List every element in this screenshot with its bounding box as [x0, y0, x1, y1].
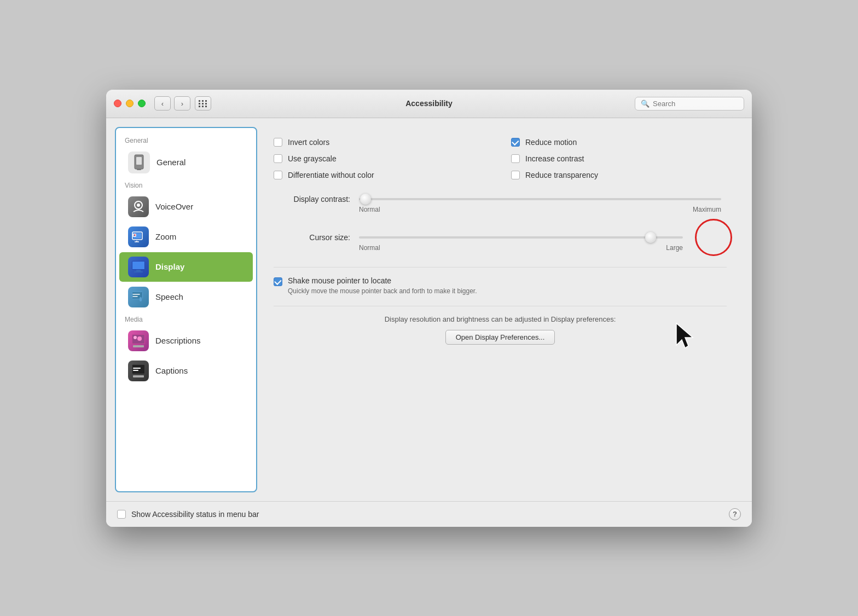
display-contrast-track[interactable] [359, 198, 721, 200]
sidebar-item-voiceover-label: VoiceOver [155, 202, 193, 211]
checkboxes-grid: Invert colors Reduce motion Use grayscal… [274, 138, 727, 179]
window-title: Accessibility [405, 99, 453, 108]
svg-rect-13 [136, 270, 141, 271]
svg-rect-20 [133, 345, 144, 347]
reduce-transparency-label: Reduce transparency [525, 171, 598, 179]
cursor-size-track[interactable] [359, 236, 683, 239]
back-icon: ‹ [161, 100, 164, 108]
display-contrast-section: Display contrast: Normal Maximum [274, 195, 727, 213]
invert-colors-label: Invert colors [288, 138, 329, 147]
sidebar-section-general-label: General [116, 133, 256, 147]
display-prefs-text: Display resolution and brightness can be… [385, 315, 616, 323]
shake-section: Shake mouse pointer to locate Quickly mo… [274, 267, 727, 295]
increase-contrast-label: Increase contrast [525, 154, 584, 163]
descriptions-icon [128, 330, 149, 351]
back-button[interactable]: ‹ [154, 96, 171, 111]
display-contrast-label: Display contrast: [274, 195, 350, 204]
svg-point-21 [134, 336, 137, 339]
display-prefs-section: Display resolution and brightness can be… [274, 306, 727, 345]
shake-checkbox[interactable] [274, 277, 282, 286]
show-status-row: Show Accessibility status in menu bar [117, 510, 259, 519]
sidebar-item-descriptions[interactable]: Descriptions [119, 326, 253, 356]
open-display-preferences-button[interactable]: Open Display Preferences... [445, 330, 555, 345]
svg-rect-2 [136, 157, 142, 165]
content-area: General General Vision [106, 118, 752, 501]
cursor-size-circle-annotation [695, 219, 732, 256]
grid-icon [199, 100, 207, 107]
close-button[interactable] [114, 100, 121, 107]
cursor-size-thumb[interactable] [645, 232, 656, 243]
forward-icon: › [181, 100, 183, 108]
sidebar-item-speech[interactable]: Speech [119, 282, 253, 312]
search-box[interactable]: 🔍 [635, 97, 744, 111]
sidebar-item-descriptions-label: Descriptions [155, 336, 201, 345]
cursor-size-label: Cursor size: [274, 233, 350, 242]
shake-description: Quickly move the mouse pointer back and … [288, 287, 477, 295]
sidebar-item-general[interactable]: General [119, 147, 253, 178]
reduce-motion-row: Reduce motion [511, 138, 727, 147]
cursor-size-section: Cursor size: Normal Large [274, 233, 727, 252]
main-panel: Invert colors Reduce motion Use grayscal… [257, 127, 743, 492]
minimize-button[interactable] [126, 100, 134, 107]
svg-marker-28 [676, 323, 693, 348]
sidebar-item-speech-label: Speech [155, 292, 183, 301]
help-button[interactable]: ? [729, 508, 741, 520]
svg-rect-27 [133, 375, 144, 377]
search-icon: 🔍 [641, 100, 650, 108]
sidebar-section-vision-label: Vision [116, 178, 256, 191]
reduce-transparency-checkbox[interactable] [511, 171, 520, 179]
display-contrast-min-label: Normal [359, 206, 380, 213]
sidebar: General General Vision [115, 127, 257, 492]
bottom-bar: Show Accessibility status in menu bar ? [106, 501, 752, 527]
differentiate-label: Differentiate without color [288, 171, 374, 179]
shake-row: Shake mouse pointer to locate Quickly mo… [274, 276, 727, 295]
svg-rect-1 [137, 169, 141, 170]
svg-rect-12 [132, 261, 144, 269]
sidebar-item-display[interactable]: Display [119, 252, 253, 282]
titlebar: ‹ › Accessibility 🔍 [106, 90, 752, 118]
sidebar-item-captions-label: Captions [155, 366, 188, 375]
svg-point-22 [137, 336, 142, 341]
svg-rect-26 [133, 370, 138, 371]
display-icon [128, 257, 149, 277]
voiceover-icon [128, 196, 149, 217]
use-grayscale-label: Use grayscale [288, 154, 337, 163]
main-window: ‹ › Accessibility 🔍 General [106, 90, 752, 527]
differentiate-checkbox[interactable] [274, 171, 282, 179]
display-contrast-max-label: Maximum [693, 206, 721, 213]
sidebar-item-captions[interactable]: Captions [119, 356, 253, 386]
forward-button[interactable]: › [174, 96, 190, 111]
sidebar-scroll-area[interactable]: General General Vision [116, 128, 256, 491]
sidebar-item-display-label: Display [155, 262, 184, 271]
sidebar-section-media-label: Media [116, 312, 256, 326]
show-accessibility-status-label: Show Accessibility status in menu bar [131, 510, 259, 519]
grid-view-button[interactable] [195, 96, 211, 111]
sidebar-item-general-label: General [156, 158, 185, 167]
speech-icon [128, 287, 149, 307]
svg-point-4 [137, 204, 140, 207]
zoom-icon [128, 226, 149, 247]
reduce-motion-checkbox[interactable] [511, 138, 520, 147]
cursor-arrow-illustration [672, 321, 699, 356]
traffic-lights [114, 100, 146, 107]
svg-rect-14 [134, 271, 143, 272]
sidebar-item-voiceover[interactable]: VoiceOver [119, 192, 253, 222]
use-grayscale-checkbox[interactable] [274, 154, 282, 163]
sidebar-item-zoom[interactable]: Zoom [119, 222, 253, 252]
reduce-motion-label: Reduce motion [525, 138, 577, 147]
search-input[interactable] [653, 100, 738, 108]
increase-contrast-row: Increase contrast [511, 154, 727, 163]
invert-colors-checkbox[interactable] [274, 138, 282, 147]
shake-title: Shake mouse pointer to locate [288, 276, 477, 285]
svg-rect-24 [132, 365, 144, 374]
show-accessibility-status-checkbox[interactable] [117, 510, 126, 519]
general-icon [128, 152, 150, 173]
reduce-transparency-row: Reduce transparency [511, 171, 727, 179]
display-contrast-thumb[interactable] [360, 194, 371, 205]
maximize-button[interactable] [138, 100, 146, 107]
captions-icon [128, 361, 149, 381]
shake-text-area: Shake mouse pointer to locate Quickly mo… [288, 276, 477, 295]
differentiate-row: Differentiate without color [274, 171, 489, 179]
increase-contrast-checkbox[interactable] [511, 154, 520, 163]
svg-rect-17 [140, 297, 142, 301]
